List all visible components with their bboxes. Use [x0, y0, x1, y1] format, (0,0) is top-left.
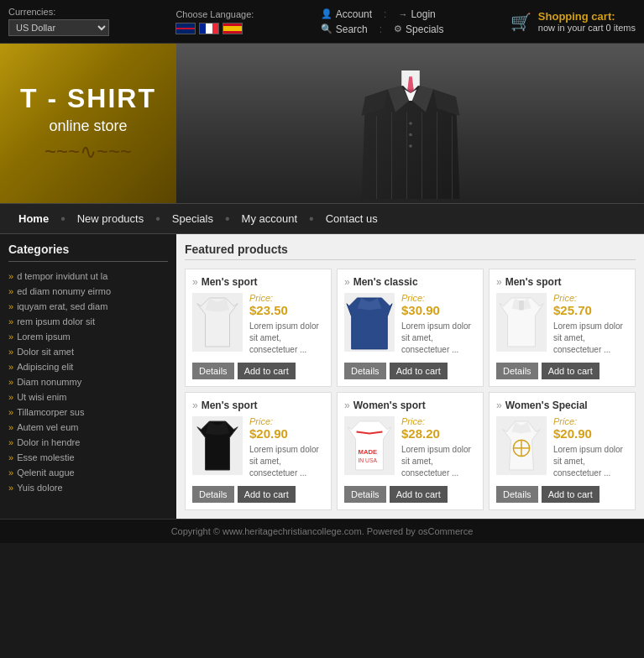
details-button[interactable]: Details	[496, 363, 538, 379]
categories-title: Categories	[8, 243, 168, 262]
product-image	[344, 293, 395, 352]
nav-link-my-account[interactable]: My account	[232, 204, 307, 233]
sidebar-category-item[interactable]: iquyam erat, sed diam	[8, 299, 168, 314]
account-icon: 👤	[321, 8, 332, 19]
nav-link-specials[interactable]: Specials	[162, 204, 223, 233]
price-label: Price:	[553, 416, 628, 426]
account-link[interactable]: 👤 Account	[321, 8, 372, 20]
price-label: Price:	[249, 293, 324, 303]
nav-item-home[interactable]: Home	[8, 204, 59, 233]
svg-point-10	[409, 133, 412, 137]
currencies-label: Currencies:	[8, 7, 109, 17]
sidebar-category-item[interactable]: Autem vel eum	[8, 420, 168, 435]
nav-divider-2: :	[380, 24, 382, 35]
product-arrow: »	[344, 400, 350, 411]
add-to-cart-button[interactable]: Add to cart	[390, 363, 448, 379]
sidebar-category-item[interactable]: Dolor sit amet	[8, 344, 168, 359]
specials-link[interactable]: ⚙ Specials	[394, 24, 443, 35]
nav-item-specials[interactable]: Specials	[162, 204, 223, 233]
svg-point-9	[409, 122, 412, 125]
suit-svg	[335, 48, 486, 199]
product-arrow: »	[192, 400, 198, 411]
product-body: Price: $23.50 Lorem ipsum dolor sit amet…	[192, 293, 324, 356]
product-header: » Women's Special	[496, 400, 628, 411]
add-to-cart-button[interactable]: Add to cart	[238, 486, 296, 503]
product-card: » Women's Special Price: $20.90 Lorem ip…	[489, 392, 636, 510]
product-card: » Men's sport Price: $23.50 Lorem ipsum …	[185, 269, 332, 387]
flag-es[interactable]	[223, 23, 243, 34]
product-arrow: »	[496, 276, 502, 288]
nav-sep-2: •	[154, 212, 162, 227]
sidebar-category-item[interactable]: Tillamcorper sus	[8, 405, 168, 420]
top-nav-row-1: 👤 Account : → Login	[321, 8, 444, 20]
svg-text:IN USA: IN USA	[358, 457, 377, 463]
sidebar-category-item[interactable]: Dolor in hendre	[8, 435, 168, 450]
nav-link-new-products[interactable]: New products	[67, 204, 154, 233]
nav-link-contact[interactable]: Contact us	[316, 204, 388, 233]
sidebar-category-item[interactable]: Esse molestie	[8, 450, 168, 465]
nav-item-new-products[interactable]: New products	[67, 204, 154, 233]
details-button[interactable]: Details	[344, 486, 386, 503]
details-button[interactable]: Details	[192, 486, 234, 503]
nav-link-home[interactable]: Home	[8, 204, 59, 233]
add-to-cart-button[interactable]: Add to cart	[238, 363, 296, 379]
search-link[interactable]: 🔍 Search	[321, 24, 368, 35]
products-grid: » Men's sport Price: $23.50 Lorem ipsum …	[185, 269, 636, 510]
sidebar-category-item[interactable]: ed diam nonumy eirmo	[8, 284, 168, 299]
product-header: » Men's classic	[344, 276, 476, 288]
sidebar-category-item[interactable]: d tempor invidunt ut la	[8, 269, 168, 284]
add-to-cart-button[interactable]: Add to cart	[542, 486, 599, 503]
categories-list: d tempor invidunt ut laed diam nonumy ei…	[8, 269, 168, 495]
main-content: Featured products » Men's sport Price: $…	[176, 234, 644, 519]
details-button[interactable]: Details	[344, 363, 386, 379]
sidebar-category-item[interactable]: Ut wisi enim	[8, 389, 168, 405]
flags-container	[175, 23, 254, 34]
sidebar-category-item[interactable]: Yuis dolore	[8, 480, 168, 495]
sidebar-category-item[interactable]: rem ipsum dolor sit	[8, 314, 168, 329]
banner-image	[176, 44, 644, 203]
price-label: Price:	[249, 416, 324, 426]
product-actions: Details Add to cart	[496, 363, 628, 379]
nav-sep-3: •	[223, 212, 232, 227]
cart-sub: now in your cart 0 items	[538, 23, 636, 33]
nav-item-contact[interactable]: Contact us	[316, 204, 388, 233]
sidebar-category-item[interactable]: Lorem ipsum	[8, 329, 168, 344]
product-header: » Men's sport	[192, 276, 324, 288]
flag-uk[interactable]	[175, 23, 196, 34]
product-description: Lorem ipsum dolor sit amet, consectetuer…	[553, 321, 628, 356]
price-value: $30.90	[401, 303, 476, 317]
price-value: $23.50	[249, 303, 324, 317]
product-header: » Women's sport	[344, 400, 476, 411]
add-to-cart-button[interactable]: Add to cart	[542, 363, 599, 379]
details-button[interactable]: Details	[496, 486, 538, 503]
product-image: MADE IN USA	[344, 416, 395, 475]
product-card: » Women's sport MADE IN USA Price: $28.2…	[337, 392, 484, 510]
sidebar-category-item[interactable]: Adipiscing elit	[8, 359, 168, 374]
product-details: Price: $25.70 Lorem ipsum dolor sit amet…	[553, 293, 628, 356]
banner-title: T - SHIRT	[20, 83, 156, 114]
product-description: Lorem ipsum dolor sit amet, consectetuer…	[249, 444, 324, 479]
sidebar-category-item[interactable]: Diam nonummy	[8, 374, 168, 389]
product-card: » Men's classic Price: $30.90 Lorem ipsu…	[337, 269, 484, 387]
product-actions: Details Add to cart	[192, 363, 324, 379]
nav-sep-1: •	[59, 212, 67, 227]
details-button[interactable]: Details	[192, 363, 234, 379]
flag-fr[interactable]	[199, 23, 219, 34]
product-card: » Men's sport Price: $20.90 Lorem ipsum …	[185, 392, 332, 510]
product-description: Lorem ipsum dolor sit amet, consectetuer…	[553, 444, 628, 479]
product-header: » Men's sport	[192, 400, 324, 411]
add-to-cart-button[interactable]: Add to cart	[390, 486, 448, 503]
product-actions: Details Add to cart	[496, 486, 628, 503]
price-value: $20.90	[553, 426, 628, 441]
currency-select[interactable]: US Dollar	[8, 19, 109, 36]
nav-divider-1: :	[384, 8, 386, 20]
top-bar: Currencies: US Dollar Choose Language: 👤…	[0, 0, 644, 44]
nav-item-my-account[interactable]: My account	[232, 204, 307, 233]
shopping-cart[interactable]: 🛒 Shopping cart: now in your cart 0 item…	[510, 10, 636, 33]
product-actions: Details Add to cart	[344, 363, 476, 379]
banner-decoration: ~~~∿~~~	[45, 140, 132, 164]
sidebar-category-item[interactable]: Qelenit augue	[8, 465, 168, 480]
product-body: MADE IN USA Price: $28.20 Lorem ipsum do…	[344, 416, 476, 479]
login-link[interactable]: → Login	[398, 8, 435, 20]
featured-title: Featured products	[185, 243, 636, 260]
